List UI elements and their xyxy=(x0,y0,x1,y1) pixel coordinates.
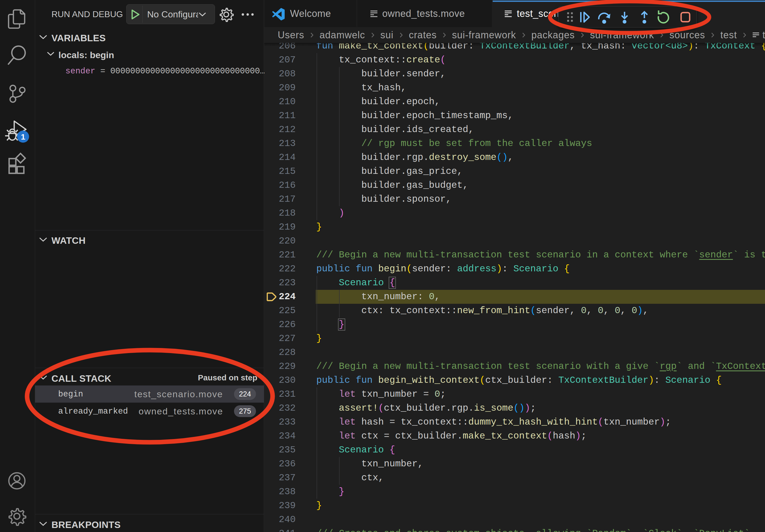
svg-text:1: 1 xyxy=(21,132,25,141)
